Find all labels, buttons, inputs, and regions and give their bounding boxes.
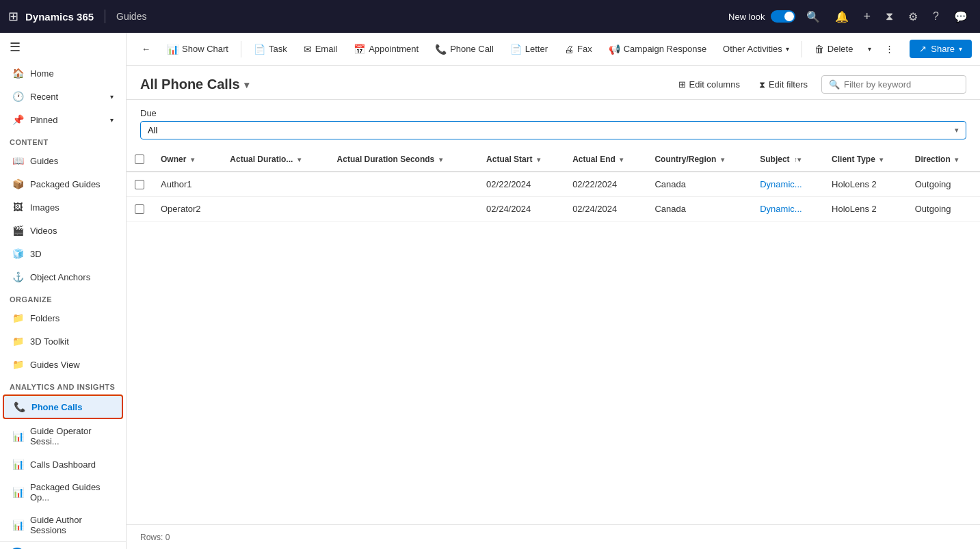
- col-header-actual-duration-seconds[interactable]: Actual Duration Seconds ▾: [329, 148, 478, 172]
- sidebar-item-object-anchors[interactable]: ⚓ Object Anchors: [3, 266, 123, 288]
- col-header-actual-end[interactable]: Actual End ▾: [564, 148, 646, 172]
- sidebar-item-packaged-guides[interactable]: 📦 Packaged Guides: [3, 173, 123, 195]
- toggle-switch[interactable]: [771, 10, 795, 23]
- table-row[interactable]: Operator2 02/24/2024 02/24/2024 Canada D…: [127, 197, 980, 222]
- feedback-icon[interactable]: 💬: [950, 10, 972, 23]
- row-actual-duration-seconds: [329, 197, 478, 222]
- edit-filters-button[interactable]: ⧗ Edit filters: [754, 76, 813, 94]
- row-subject: Dynamic...: [752, 172, 823, 197]
- row-actual-duration-seconds: [329, 172, 478, 197]
- search-icon[interactable]: 🔍: [802, 10, 824, 23]
- col-header-country-region[interactable]: Country/Region ▾: [646, 148, 752, 172]
- sidebar-item-guide-author-sessions[interactable]: 📊 Guide Author Sessions: [3, 509, 123, 541]
- sidebar-item-pinned[interactable]: 📌 Pinned ▾: [3, 109, 123, 131]
- col-header-owner[interactable]: Owner ▾: [153, 148, 222, 172]
- col-header-actual-start[interactable]: Actual Start ▾: [478, 148, 564, 172]
- 3d-toolkit-icon: 📁: [12, 336, 23, 347]
- notification-icon[interactable]: 🔔: [831, 10, 853, 23]
- anchor-icon: ⚓: [12, 271, 23, 282]
- table-row[interactable]: Author1 02/22/2024 02/22/2024 Canada Dyn…: [127, 172, 980, 197]
- sidebar-item-videos[interactable]: 🎬 Videos: [3, 219, 123, 241]
- phone-call-button[interactable]: 📞 Phone Call: [428, 40, 501, 59]
- other-activities-button[interactable]: Other Activities ▾: [716, 40, 796, 58]
- filter-icon[interactable]: ⧗: [882, 10, 897, 23]
- add-icon[interactable]: +: [860, 10, 875, 24]
- col-label-subject: Subject: [760, 155, 789, 164]
- edit-columns-button[interactable]: ⊞ Edit columns: [673, 76, 745, 93]
- campaign-response-button[interactable]: 📢 Campaign Response: [602, 40, 713, 59]
- due-select[interactable]: All ▾: [140, 121, 966, 139]
- hamburger-menu[interactable]: ☰: [0, 33, 126, 62]
- col-label-actual-start: Actual Start: [486, 155, 532, 164]
- letter-button[interactable]: 📄 Letter: [503, 40, 555, 59]
- sidebar-item-label: Object Anchors: [30, 272, 90, 282]
- sidebar-item-home[interactable]: 🏠 Home: [3, 62, 123, 84]
- row-checkbox-cell[interactable]: [127, 197, 153, 222]
- sidebar-item-guides[interactable]: 📖 Guides: [3, 150, 123, 172]
- command-bar: ← 📊 Show Chart 📄 Task ✉ Email 📅 Appointm…: [127, 33, 980, 66]
- grid-icon[interactable]: ⊞: [8, 9, 18, 24]
- fax-button[interactable]: 🖨 Fax: [557, 40, 599, 59]
- sidebar-item-guides-view[interactable]: 📁 Guides View: [3, 353, 123, 375]
- more-button[interactable]: ⋮: [879, 40, 899, 58]
- table-body: Author1 02/22/2024 02/22/2024 Canada Dyn…: [127, 172, 980, 222]
- letter-icon: 📄: [510, 44, 522, 55]
- delete-icon: 🗑: [815, 44, 824, 55]
- videos-icon: 🎬: [12, 225, 23, 236]
- sidebar-item-calls-dashboard[interactable]: 📊 Calls Dashboard: [3, 453, 123, 475]
- row-checkbox-cell[interactable]: [127, 172, 153, 197]
- sidebar-item-recent[interactable]: 🕐 Recent ▾: [3, 85, 123, 107]
- row-country-region: Canada: [646, 197, 752, 222]
- view-title-text: All Phone Calls: [140, 77, 240, 92]
- edit-columns-icon: ⊞: [678, 79, 686, 90]
- due-label: Due: [140, 108, 966, 118]
- appointment-button[interactable]: 📅 Appointment: [347, 40, 425, 59]
- delete-dropdown-button[interactable]: ▾: [862, 41, 877, 57]
- select-all-header[interactable]: [127, 148, 153, 172]
- row-checkbox[interactable]: [135, 180, 144, 189]
- settings-icon[interactable]: ⚙: [904, 10, 922, 23]
- pinned-chevron: ▾: [110, 116, 114, 124]
- email-button[interactable]: ✉ Email: [297, 40, 345, 59]
- guide-author-icon: 📊: [12, 520, 23, 531]
- task-button[interactable]: 📄 Task: [247, 40, 294, 59]
- select-all-checkbox[interactable]: [135, 155, 144, 164]
- recent-chevron: ▾: [110, 93, 114, 101]
- 3d-icon: 🧊: [12, 248, 23, 259]
- sidebar-item-phone-calls[interactable]: 📞 Phone Calls: [3, 394, 123, 419]
- row-checkbox[interactable]: [135, 204, 144, 214]
- appointment-label: Appointment: [369, 44, 419, 54]
- sidebar-item-images[interactable]: 🖼 Images: [3, 196, 123, 218]
- filter-keyword-input[interactable]: [844, 79, 959, 90]
- phone-call-icon: 📞: [435, 44, 447, 55]
- row-client-type: HoloLens 2: [823, 197, 907, 222]
- share-button[interactable]: ↗ Share ▾: [910, 40, 972, 58]
- delete-button[interactable]: 🗑 Delete: [808, 40, 860, 59]
- task-label: Task: [269, 44, 287, 54]
- col-header-subject[interactable]: Subject ↑▾: [752, 148, 823, 172]
- sidebar-item-folders[interactable]: 📁 Folders: [3, 307, 123, 329]
- col-header-actual-duration[interactable]: Actual Duratio... ▾: [222, 148, 328, 172]
- data-table: Owner ▾ Actual Duratio... ▾ Actual Durat…: [127, 148, 980, 222]
- col-header-direction[interactable]: Direction ▾: [907, 148, 980, 172]
- phone-calls-icon: 📞: [14, 401, 25, 412]
- sort-client-type-icon: ▾: [879, 156, 883, 163]
- sort-country-region-icon: ▾: [721, 156, 724, 163]
- show-chart-button[interactable]: 📊 Show Chart: [160, 40, 235, 59]
- sort-actual-duration-seconds-icon: ▾: [439, 156, 442, 163]
- sidebar-item-guide-operator-sessions[interactable]: 📊 Guide Operator Sessi...: [3, 420, 123, 452]
- help-icon[interactable]: ?: [929, 10, 943, 23]
- home-icon: 🏠: [12, 68, 23, 79]
- phone-call-label: Phone Call: [450, 44, 494, 54]
- back-button[interactable]: ←: [135, 40, 157, 58]
- due-select-value: All: [148, 125, 951, 135]
- view-title-dropdown-icon[interactable]: ▾: [244, 79, 249, 90]
- row-country-region: Canada: [646, 172, 752, 197]
- fax-label: Fax: [577, 44, 592, 54]
- sidebar-item-packaged-guides-op[interactable]: 📊 Packaged Guides Op...: [3, 477, 123, 508]
- sidebar-item-3d-toolkit[interactable]: 📁 3D Toolkit: [3, 330, 123, 352]
- sidebar-item-3d[interactable]: 🧊 3D: [3, 243, 123, 265]
- sort-actual-end-icon: ▾: [620, 156, 623, 163]
- col-header-client-type[interactable]: Client Type ▾: [823, 148, 907, 172]
- row-direction: Outgoing: [907, 172, 980, 197]
